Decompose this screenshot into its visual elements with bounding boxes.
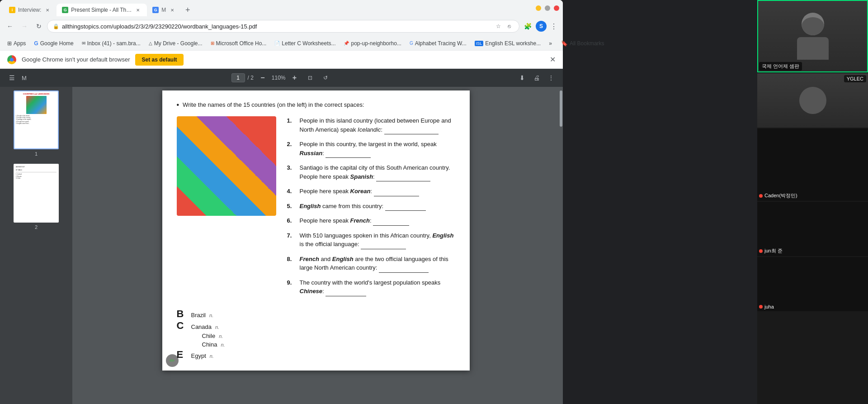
- bookmark-alphabet[interactable]: G Alphabet Tracing W...: [406, 38, 470, 48]
- word-row-egypt: E Egypt n.: [177, 350, 455, 360]
- word-row-china: China n.: [177, 341, 455, 348]
- thumbnail-page-2[interactable]: ANSWER KEY BY TABLE 1. Iceland 2. Russia…: [14, 164, 59, 230]
- video-participant-main: 국제 언어제 셈판: [757, 0, 868, 72]
- bookmark-google-home[interactable]: G Google Home: [30, 38, 77, 48]
- caden-name-tag: Caden(박정민): [759, 192, 797, 199]
- word-brazil-pos: n.: [209, 313, 213, 318]
- pdf-download[interactable]: ⬇: [516, 71, 528, 84]
- bookmark-star-icon[interactable]: ☆: [494, 22, 503, 31]
- bookmark-inbox[interactable]: ✉ Inbox (41) - sam.bra...: [78, 38, 144, 48]
- address-icons: ☆ ⎋: [494, 22, 514, 31]
- bookmark-office[interactable]: ⊞ Microsoft Office Ho...: [207, 38, 270, 48]
- lock-icon: 🔒: [53, 24, 59, 29]
- word-canada: Canada: [191, 323, 212, 330]
- participant-name-1: 국제 언어제 셈판: [762, 63, 799, 69]
- q7-text: With 510 languages spoken in this Africa…: [300, 231, 455, 249]
- back-button[interactable]: ←: [4, 20, 16, 33]
- tab-2-favicon: G: [62, 7, 68, 13]
- letter-c-favicon: 📄: [274, 41, 280, 46]
- question-8: 8. French and English are the two offici…: [287, 255, 455, 273]
- inbox-favicon: ✉: [82, 41, 85, 46]
- all-bookmarks[interactable]: 🔖 All Bookmarks: [557, 38, 608, 48]
- bookmark-apps[interactable]: ⊞ Apps: [4, 38, 29, 48]
- set-default-button[interactable]: Set as default: [135, 54, 183, 66]
- word-egypt: Egypt: [191, 352, 206, 359]
- word-chile-pos: n.: [219, 333, 223, 339]
- instruction-text: Write the names of the 15 countries (on …: [183, 101, 364, 108]
- pdf-scrollbar[interactable]: [559, 69, 563, 404]
- pdf-content[interactable]: Write the names of the 15 countries (on …: [72, 69, 559, 404]
- tab-3[interactable]: G M ✕: [147, 4, 181, 16]
- pdf-toolbar-right: ⬇ 🖨 ⋮: [516, 71, 557, 84]
- pdf-zoom-in[interactable]: +: [288, 71, 301, 84]
- bookmark-popup[interactable]: 📌 pop-up-neighborho...: [340, 38, 405, 48]
- q1-text: People in this island country (located b…: [300, 116, 455, 134]
- video-participant-caden: Caden(박정민): [757, 128, 868, 201]
- pdf-page-input[interactable]: [231, 73, 245, 82]
- reload-icon: ↻: [36, 23, 42, 30]
- q1-num: 1.: [287, 116, 296, 134]
- bookmark-drive[interactable]: △ My Drive - Google...: [145, 38, 206, 48]
- word-china-pos: n.: [221, 342, 225, 347]
- share-icon[interactable]: ⎋: [505, 22, 514, 31]
- bookmarks-icon: 🔖: [561, 40, 568, 47]
- tab-2-close[interactable]: ✕: [134, 6, 142, 14]
- thumbnail-num-2: 2: [35, 224, 38, 230]
- tab-2[interactable]: G Present Simple - All Things Gra... ✕: [57, 4, 147, 16]
- jun-mic-off-icon: [759, 249, 763, 253]
- word-china: China: [202, 341, 217, 348]
- forward-button[interactable]: →: [18, 20, 31, 33]
- popup-favicon: 📌: [344, 41, 349, 46]
- bookmark-letter-c[interactable]: 📄 Letter C Worksheets...: [271, 38, 339, 48]
- juha-name-tag: juha: [759, 304, 774, 309]
- thumbnail-page-1[interactable]: COUNTRIES and LANGUAGES 1. People in thi…: [14, 90, 59, 157]
- pdf-sidebar-toggle[interactable]: ☰: [5, 71, 18, 84]
- bookmarks-more: » 🔖 All Bookmarks: [545, 38, 608, 48]
- question-6: 6. People here speak French:: [287, 216, 455, 226]
- pdf-more-options[interactable]: ⋮: [545, 71, 557, 84]
- question-5: 5. English came from this country:: [287, 202, 455, 211]
- question-9: 9. The country with the world's largest …: [287, 278, 455, 296]
- profile-button[interactable]: S: [536, 21, 547, 32]
- pdf-print[interactable]: 🖨: [530, 71, 543, 84]
- worksheet-body: 1. People in this island country (locate…: [177, 116, 455, 302]
- question-4: 4. People here speak Korean:: [287, 187, 455, 196]
- pdf-tab-title: M: [22, 75, 27, 81]
- extensions-button[interactable]: 🧩: [521, 20, 534, 33]
- pdf-fit-page[interactable]: ⊡: [304, 71, 316, 84]
- bookmark-esl[interactable]: ISL English ESL workshe...: [471, 38, 544, 48]
- bookmarks-chevron[interactable]: »: [545, 38, 556, 48]
- reload-button[interactable]: ↻: [33, 20, 45, 33]
- thumbnail-num-1: 1: [35, 151, 38, 157]
- address-bar[interactable]: 🔒 allthingstopics.com/uploads/2/3/2/9/23…: [47, 20, 519, 33]
- tab-3-close[interactable]: ✕: [169, 6, 176, 14]
- banner-close-button[interactable]: ✕: [550, 55, 556, 64]
- participant-label-1: 국제 언어제 셈판: [759, 62, 802, 71]
- pdf-page-controls: / 2 − 110% + ⊡ ↺: [231, 71, 331, 84]
- q9-text: The country with the world's largest pop…: [300, 278, 455, 296]
- bookmark-letter-c-label: Letter C Worksheets...: [282, 40, 335, 47]
- q9-num: 9.: [287, 278, 296, 296]
- pdf-scrollbar-thumb[interactable]: [560, 90, 562, 127]
- pdf-zoom-out[interactable]: −: [256, 71, 269, 84]
- tab-1[interactable]: i Interview: ✕: [4, 4, 57, 16]
- tab-1-close[interactable]: ✕: [44, 6, 51, 14]
- close-button[interactable]: [554, 5, 559, 11]
- esl-favicon: ISL: [475, 41, 484, 46]
- questions-list: 1. People in this island country (locate…: [287, 116, 455, 302]
- address-bar-row: ← → ↻ 🔒 allthingstopics.com/uploads/2/3/…: [0, 16, 563, 36]
- pdf-rotate[interactable]: ↺: [319, 71, 332, 84]
- word-list: B Brazil n. C Canada n. Chile n.: [177, 309, 455, 360]
- juha-name: juha: [764, 304, 774, 309]
- q2-text: People in this country, the largest in t…: [300, 140, 455, 158]
- jun-name: jun최 준: [764, 247, 783, 254]
- word-brazil: Brazil: [191, 312, 206, 318]
- q6-num: 6.: [287, 216, 296, 226]
- new-tab-button[interactable]: +: [181, 4, 194, 16]
- drive-favicon: △: [149, 41, 152, 46]
- video-participant-2: YGLEC: [757, 73, 868, 128]
- edit-icon[interactable]: ✏: [166, 354, 179, 367]
- restore-button[interactable]: [545, 5, 550, 11]
- minimize-button[interactable]: [536, 5, 541, 11]
- chrome-menu-button[interactable]: ⋮: [548, 21, 559, 32]
